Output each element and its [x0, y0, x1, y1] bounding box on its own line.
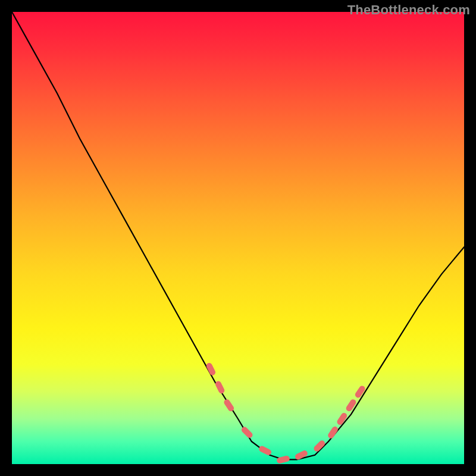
threshold-marker — [240, 425, 254, 439]
curve-group — [12, 12, 464, 459]
threshold-marker — [354, 384, 367, 399]
chart-svg — [12, 12, 464, 464]
watermark-label: TheBottleneck.com — [347, 2, 470, 18]
threshold-marker — [258, 445, 273, 456]
threshold-marker — [345, 398, 358, 412]
threshold-marker — [214, 380, 226, 394]
threshold-marker — [327, 425, 339, 440]
threshold-marker — [276, 455, 290, 464]
threshold-marker — [294, 449, 308, 461]
threshold-marker — [312, 439, 326, 453]
chart-card: TheBottleneck.com — [0, 0, 476, 476]
threshold-marker — [205, 362, 217, 376]
bottleneck-curve — [12, 12, 464, 459]
threshold-marker — [336, 412, 349, 426]
threshold-marker — [223, 398, 236, 412]
plot-area — [12, 12, 464, 464]
marker-group — [205, 362, 366, 464]
